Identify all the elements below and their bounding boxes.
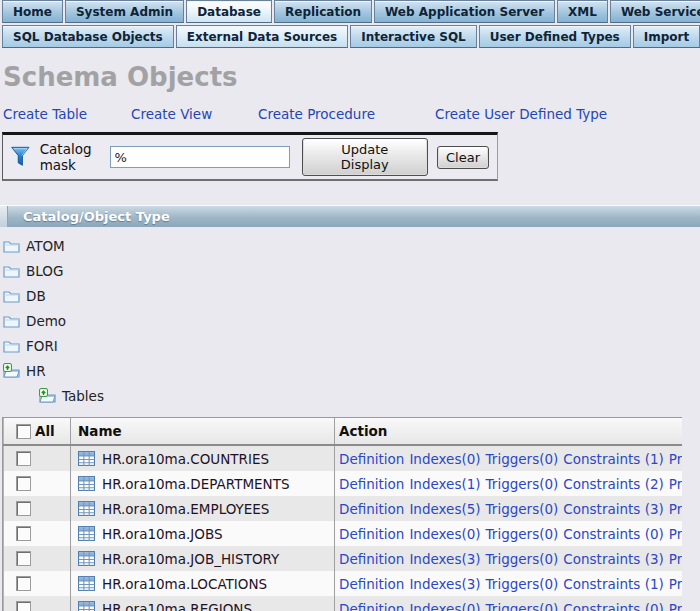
- table-name: HR.ora10ma.LOCATIONS: [102, 576, 267, 592]
- truncated-link[interactable]: Pr: [669, 551, 682, 567]
- definition-link[interactable]: Definition: [339, 451, 404, 467]
- secondary-tab[interactable]: SQL Database Objects: [2, 25, 174, 48]
- indexes-link[interactable]: Indexes(3): [409, 551, 480, 567]
- indexes-link[interactable]: Indexes(5): [409, 501, 480, 517]
- tree-item[interactable]: DB: [0, 283, 700, 308]
- triggers-link[interactable]: Triggers(0): [486, 501, 559, 517]
- tree-item[interactable]: Demo: [0, 308, 700, 333]
- tree-item[interactable]: Tables: [0, 383, 700, 408]
- catalog-mask-label: Catalog mask: [40, 141, 104, 173]
- truncated-link[interactable]: Pr: [669, 601, 682, 611]
- catalog-tree: ATOM BLOG DB Demo: [0, 227, 700, 410]
- tree-item-label: BLOG: [26, 263, 63, 279]
- table-row: HR.ora10ma.COUNTRIES Definition Indexes(…: [3, 446, 682, 471]
- tree-item-label: DB: [26, 288, 46, 304]
- truncated-link[interactable]: Pr: [669, 476, 682, 492]
- triggers-link[interactable]: Triggers(0): [486, 551, 559, 567]
- definition-link[interactable]: Definition: [339, 526, 404, 542]
- create-view-link[interactable]: Create View: [131, 106, 258, 122]
- definition-link[interactable]: Definition: [339, 601, 404, 611]
- clear-button[interactable]: Clear: [437, 146, 489, 169]
- row-checkbox[interactable]: [16, 451, 31, 466]
- table-grid-icon: [78, 451, 95, 466]
- primary-tab[interactable]: Database: [186, 0, 272, 23]
- truncated-link[interactable]: Pr: [669, 501, 682, 517]
- table-grid-icon: [78, 476, 95, 491]
- row-select-cell: [3, 571, 71, 596]
- triggers-link[interactable]: Triggers(0): [486, 576, 559, 592]
- folder-icon: [3, 288, 20, 303]
- definition-link[interactable]: Definition: [339, 501, 404, 517]
- row-name-cell: HR.ora10ma.DEPARTMENTS: [71, 471, 335, 496]
- constraints-link[interactable]: Constraints (0): [563, 601, 663, 611]
- primary-tab[interactable]: System Admin: [65, 0, 184, 23]
- row-action-cell: Definition Indexes(3) Triggers(0) Constr…: [335, 546, 682, 571]
- tree-item-label: FORI: [26, 338, 58, 354]
- triggers-link[interactable]: Triggers(0): [486, 451, 559, 467]
- folder-open-icon: [39, 388, 56, 403]
- create-table-link[interactable]: Create Table: [3, 106, 131, 122]
- constraints-link[interactable]: Constraints (3): [563, 501, 663, 517]
- table-name: HR.ora10ma.REGIONS: [102, 601, 252, 611]
- row-select-cell: [3, 496, 71, 521]
- triggers-link[interactable]: Triggers(0): [486, 601, 559, 611]
- secondary-tab[interactable]: External Data Sources: [176, 25, 348, 48]
- indexes-link[interactable]: Indexes(0): [409, 526, 480, 542]
- row-name-cell: HR.ora10ma.EMPLOYEES: [71, 496, 335, 521]
- indexes-link[interactable]: Indexes(3): [409, 576, 480, 592]
- tables-list: All Name Action HR.ora10ma.COUNTRIES Def…: [2, 417, 682, 611]
- constraints-link[interactable]: Constraints (2): [563, 476, 663, 492]
- update-display-button[interactable]: Update Display: [302, 138, 429, 176]
- create-user-defined-type-link[interactable]: Create User Defined Type: [435, 106, 700, 122]
- select-all-label: All: [35, 423, 55, 439]
- catalog-mask-input[interactable]: [110, 146, 290, 168]
- create-procedure-link[interactable]: Create Procedure: [258, 106, 435, 122]
- table-name: HR.ora10ma.JOBS: [102, 526, 223, 542]
- definition-link[interactable]: Definition: [339, 576, 404, 592]
- definition-link[interactable]: Definition: [339, 476, 404, 492]
- row-checkbox[interactable]: [16, 501, 31, 516]
- secondary-tab[interactable]: User Defined Types: [479, 25, 631, 48]
- row-checkbox[interactable]: [16, 551, 31, 566]
- secondary-tab[interactable]: Interactive SQL: [350, 25, 477, 48]
- row-checkbox[interactable]: [16, 601, 31, 611]
- primary-tab[interactable]: Replication: [274, 0, 372, 23]
- constraints-link[interactable]: Constraints (0): [563, 526, 663, 542]
- select-all-cell: All: [3, 418, 71, 444]
- triggers-link[interactable]: Triggers(0): [486, 526, 559, 542]
- tree-item[interactable]: FORI: [0, 333, 700, 358]
- tree-item-label: ATOM: [26, 238, 65, 254]
- select-all-checkbox[interactable]: [16, 424, 31, 439]
- tree-item-label: HR: [26, 363, 46, 379]
- table-row: HR.ora10ma.EMPLOYEES Definition Indexes(…: [3, 496, 682, 521]
- definition-link[interactable]: Definition: [339, 551, 404, 567]
- constraints-link[interactable]: Constraints (1): [563, 451, 663, 467]
- truncated-link[interactable]: Pr: [669, 576, 682, 592]
- page-title: Schema Objects: [3, 62, 700, 92]
- secondary-tab[interactable]: Import: [633, 25, 700, 48]
- row-checkbox[interactable]: [16, 576, 31, 591]
- row-action-cell: Definition Indexes(1) Triggers(0) Constr…: [335, 471, 682, 496]
- truncated-link[interactable]: Pr: [669, 526, 682, 542]
- indexes-link[interactable]: Indexes(1): [409, 476, 480, 492]
- row-checkbox[interactable]: [16, 476, 31, 491]
- indexes-link[interactable]: Indexes(0): [409, 601, 480, 611]
- triggers-link[interactable]: Triggers(0): [486, 476, 559, 492]
- row-action-cell: Definition Indexes(0) Triggers(0) Constr…: [335, 596, 682, 611]
- row-action-cell: Definition Indexes(0) Triggers(0) Constr…: [335, 521, 682, 546]
- row-select-cell: [3, 546, 71, 571]
- tree-item[interactable]: HR: [0, 358, 700, 383]
- row-checkbox[interactable]: [16, 526, 31, 541]
- constraints-link[interactable]: Constraints (1): [563, 576, 663, 592]
- table-name: HR.ora10ma.COUNTRIES: [102, 451, 269, 467]
- primary-tab[interactable]: Web Services: [610, 0, 700, 23]
- tree-item[interactable]: BLOG: [0, 258, 700, 283]
- table-grid-icon: [78, 601, 95, 611]
- indexes-link[interactable]: Indexes(0): [409, 451, 480, 467]
- truncated-link[interactable]: Pr: [669, 451, 682, 467]
- primary-tab[interactable]: Home: [2, 0, 63, 23]
- constraints-link[interactable]: Constraints (3): [563, 551, 663, 567]
- tree-item[interactable]: ATOM: [0, 233, 700, 258]
- primary-tab[interactable]: Web Application Server: [374, 0, 555, 23]
- primary-tab[interactable]: XML: [557, 0, 608, 23]
